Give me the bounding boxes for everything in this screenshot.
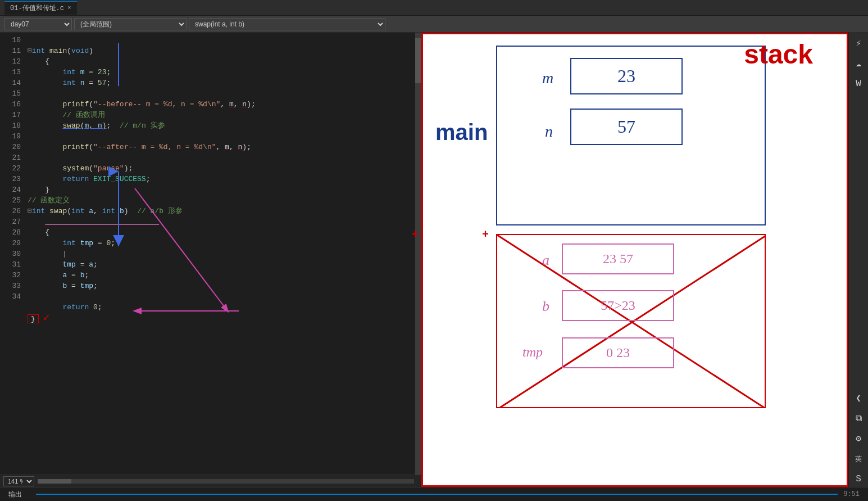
time-display: 9:51: [843, 490, 868, 498]
sidebar-icon-1[interactable]: ⚡: [851, 35, 866, 51]
toolbar: day07 (全局范围) swap(int a, int b): [0, 16, 868, 33]
main-label: main: [435, 120, 488, 145]
var-b-label: b: [542, 298, 549, 315]
output-panel: 输出 9:51: [0, 487, 868, 501]
var-m-label: m: [542, 69, 553, 87]
var-n-label: n: [545, 123, 553, 141]
plus-button[interactable]: +: [412, 228, 419, 241]
sidebar-icon-2[interactable]: ☁: [851, 56, 866, 71]
right-sidebar: ⚡ ☁ W ❮ ⧉ ⚙ 英 S: [848, 33, 868, 487]
sidebar-icon-lang[interactable]: 英: [851, 451, 866, 467]
var-b-box: 57>23: [562, 290, 674, 321]
main-section: main m 23 n 57: [496, 46, 766, 225]
var-m-box: 23: [570, 58, 683, 94]
code-panel: 10 11 12 13 14 15 16 17 18 19 20 21 22 2…: [0, 33, 421, 487]
h-scrollbar-thumb[interactable]: [38, 479, 71, 484]
plus-icon: +: [482, 228, 489, 241]
output-progress: [36, 494, 838, 495]
close-icon[interactable]: ×: [67, 4, 71, 11]
diagram-panel: stack main m 23 n 57 +: [421, 33, 848, 487]
sidebar-icon-3[interactable]: W: [851, 76, 866, 92]
file-tab[interactable]: 01-传值和传址.c ×: [4, 1, 77, 15]
tab-filename: 01-传值和传址.c: [10, 3, 64, 13]
var-a-box: 23 57: [562, 243, 674, 274]
scope-select-3[interactable]: swap(int a, int b): [189, 18, 385, 30]
line-numbers: 10 11 12 13 14 15 16 17 18 19 20 21 22 2…: [0, 33, 25, 475]
vertical-scrollbar[interactable]: [415, 33, 421, 475]
var-tmp-box: 0 23: [562, 337, 674, 368]
output-label: 输出: [0, 490, 30, 499]
sidebar-icon-gear[interactable]: ⚙: [851, 431, 866, 446]
horizontal-scrollbar[interactable]: [38, 479, 414, 484]
sidebar-icon-s[interactable]: S: [851, 471, 866, 487]
code-text: ⊟int main(void) { int m = 23; int n = 57…: [25, 33, 415, 337]
var-a-label: a: [542, 252, 549, 269]
stack-title: stack: [744, 39, 813, 70]
swap-section: swap a 23 57 b 57>23 tmp 0 23: [496, 234, 766, 408]
sidebar-icon-copy[interactable]: ⧉: [851, 410, 866, 426]
scope-select-2[interactable]: (全局范围): [74, 18, 187, 30]
title-bar: 01-传值和传址.c ×: [0, 0, 868, 16]
var-n-box: 57: [570, 109, 683, 145]
scope-select-1[interactable]: day07: [4, 18, 72, 30]
zoom-select[interactable]: 141 %: [3, 476, 34, 486]
scrollbar-thumb[interactable]: [415, 38, 421, 83]
sidebar-icon-left[interactable]: ❮: [851, 390, 866, 406]
var-tmp-label: tmp: [522, 345, 543, 360]
